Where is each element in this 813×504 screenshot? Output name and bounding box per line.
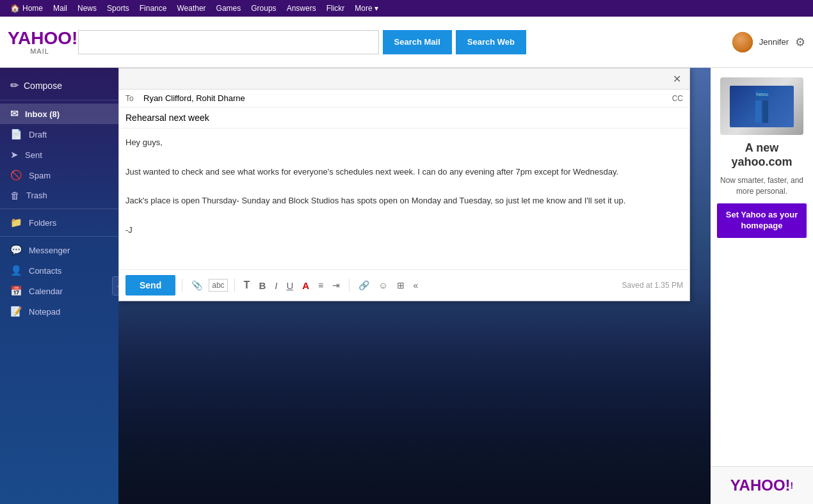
italic-icon[interactable]: I: [272, 279, 280, 292]
email-para-1: Just wanted to check and see what works …: [125, 166, 683, 179]
nav-answers[interactable]: Answers: [282, 0, 321, 17]
indent-icon[interactable]: ⇥: [330, 279, 342, 292]
folders-icon: 📁: [10, 217, 22, 228]
spam-icon: 🚫: [10, 169, 22, 181]
nav-games[interactable]: Games: [211, 0, 246, 17]
compose-icon: ✏: [10, 79, 19, 91]
link-icon[interactable]: 🔗: [356, 279, 372, 292]
username-label: Jennifer: [759, 37, 789, 47]
emoji-icon[interactable]: ☺: [376, 279, 390, 292]
email-greeting: Hey guys,: [125, 136, 683, 150]
nav-news[interactable]: News: [72, 0, 102, 17]
compose-toolbar: Send 📎 abc T B I U A ≡ ⇥ 🔗 ☺ ⊞ « Saved a…: [119, 269, 689, 301]
header-user-area: Jennifer ⚙: [732, 32, 805, 52]
avatar-image: [732, 32, 753, 52]
spellcheck-icon[interactable]: abc: [209, 279, 227, 292]
sidebar-item-spam[interactable]: 🚫 Spam: [0, 165, 118, 185]
yahoo-logo: YAHOO! MAIL: [8, 29, 72, 55]
nav-groups[interactable]: Groups: [246, 0, 281, 17]
laptop-screen: Yahoo: [730, 86, 794, 127]
search-bar: Search Mail Search Web: [78, 30, 526, 54]
nav-sports[interactable]: Sports: [102, 0, 134, 17]
sidebar-item-trash[interactable]: 🗑 Trash: [0, 185, 118, 205]
ad-content: Yahoo A new yahoo.com Now smarter, faste…: [711, 68, 813, 466]
email-sign: -J: [125, 224, 683, 237]
notepad-icon: 📝: [10, 306, 22, 317]
toolbar-separator-2: [234, 279, 235, 292]
ad-headline: A new yahoo.com: [717, 141, 807, 169]
logo-text: YAHOO!: [8, 29, 72, 47]
home-icon: 🏠: [10, 4, 20, 13]
sidebar-item-contacts[interactable]: 👤 Contacts: [0, 260, 118, 281]
nav-mail[interactable]: Mail: [48, 0, 72, 17]
trash-icon: 🗑: [10, 190, 20, 201]
sidebar-divider: [0, 100, 118, 100]
nav-flickr[interactable]: Flickr: [321, 0, 350, 17]
top-navigation: 🏠 Home Mail News Sports Finance Weather …: [0, 0, 813, 17]
sidebar: ✏ Compose ✉ Inbox (8) 📄 Draft ➤ Sent 🚫 S…: [0, 68, 118, 504]
sidebar-item-inbox[interactable]: ✉ Inbox (8): [0, 104, 118, 124]
search-web-button[interactable]: Search Web: [456, 30, 526, 54]
ad-footer: YAHOO! !: [711, 466, 813, 504]
nav-home[interactable]: 🏠 Home: [5, 0, 48, 17]
text-size-icon[interactable]: T: [241, 278, 253, 292]
main-layout: ✏ Compose ✉ Inbox (8) 📄 Draft ➤ Sent 🚫 S…: [0, 68, 813, 504]
compose-modal: ✕ To Ryan Clifford, Rohit Dharne CC Rehe…: [118, 68, 690, 301]
send-button[interactable]: Send: [125, 275, 175, 295]
contacts-icon: 👤: [10, 265, 22, 276]
saved-status: Saved at 1.35 PM: [622, 281, 683, 290]
sidebar-item-calendar[interactable]: 📅 Calendar: [0, 281, 118, 301]
ad-sidebar: Yahoo A new yahoo.com Now smarter, faste…: [711, 68, 813, 504]
table-icon[interactable]: ⊞: [394, 279, 407, 292]
sidebar-divider-2: [0, 209, 118, 209]
nav-more[interactable]: More ▾: [350, 0, 383, 17]
ad-cta-button[interactable]: Set Yahoo as your homepage: [717, 203, 807, 238]
inbox-icon: ✉: [10, 108, 19, 120]
sidebar-item-draft[interactable]: 📄 Draft: [0, 124, 118, 145]
logo-subtext: MAIL: [8, 47, 72, 55]
background-horizon: [118, 286, 711, 504]
sidebar-item-sent[interactable]: ➤ Sent: [0, 145, 118, 165]
sidebar-item-notepad[interactable]: 📝 Notepad: [0, 301, 118, 322]
close-button[interactable]: ✕: [670, 72, 683, 85]
bold-icon[interactable]: B: [256, 279, 268, 292]
compose-body[interactable]: Hey guys, Just wanted to check and see w…: [119, 129, 689, 269]
nav-weather[interactable]: Weather: [172, 0, 211, 17]
toolbar-separator-3: [349, 279, 350, 292]
content-area: ✕ To Ryan Clifford, Rohit Dharne CC Rehe…: [118, 68, 711, 504]
avatar: [732, 32, 753, 52]
nav-finance[interactable]: Finance: [134, 0, 172, 17]
sidebar-item-folders[interactable]: 📁 Folders: [0, 212, 118, 233]
to-label: To: [125, 94, 138, 103]
attach-icon[interactable]: 📎: [189, 279, 205, 292]
search-input[interactable]: [78, 30, 379, 54]
collapse-icon[interactable]: «: [411, 279, 421, 292]
laptop-image: Yahoo: [720, 77, 803, 135]
email-para-2: Jack's place is open Thursday- Sunday an…: [125, 194, 683, 208]
font-color-icon[interactable]: A: [300, 279, 312, 292]
yahoo-ad-logo: YAHOO!: [730, 476, 791, 494]
search-mail-button[interactable]: Search Mail: [383, 30, 452, 54]
sent-icon: ➤: [10, 149, 19, 161]
page-header: YAHOO! MAIL Search Mail Search Web Jenni…: [0, 17, 813, 68]
compose-button[interactable]: ✏ Compose: [0, 74, 118, 97]
calendar-icon: 📅: [10, 285, 22, 297]
compose-modal-header: ✕: [119, 68, 689, 90]
compose-subject-field[interactable]: Rehearsal next week: [119, 107, 689, 129]
draft-icon: 📄: [10, 129, 22, 140]
bullet-list-icon[interactable]: ≡: [316, 279, 326, 292]
toolbar-separator-1: [182, 279, 182, 292]
sidebar-item-messenger[interactable]: 💬 Messenger: [0, 240, 118, 260]
underline-icon[interactable]: U: [284, 279, 296, 292]
sidebar-divider-3: [0, 236, 118, 237]
cc-label[interactable]: CC: [672, 94, 683, 103]
compose-recipients[interactable]: Ryan Clifford, Rohit Dharne: [143, 93, 667, 103]
ad-subtext: Now smarter, faster, and more personal.: [717, 175, 807, 197]
settings-icon[interactable]: ⚙: [795, 35, 805, 49]
messenger-icon: 💬: [10, 244, 22, 256]
compose-to-field: To Ryan Clifford, Rohit Dharne CC: [119, 90, 689, 107]
